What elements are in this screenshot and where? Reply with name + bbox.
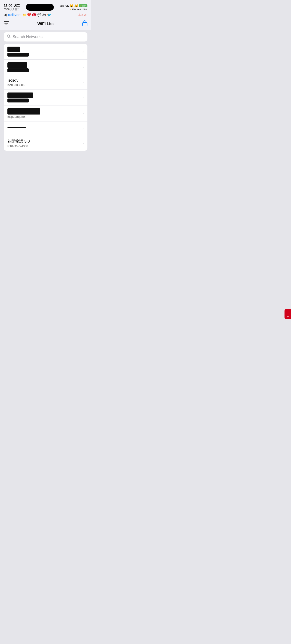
blurred-pass-2: 13133824203: [8, 68, 29, 72]
bottom-area: [0, 151, 91, 244]
network-password-6: [8, 129, 81, 133]
network-name-5: 刘国群的 iPhone: [8, 108, 81, 114]
network-info-6: [8, 124, 81, 133]
blurred-name-2: 1102_5G: [8, 62, 27, 68]
charging-text: ⚡15W: [69, 8, 76, 10]
network-name-2: 1102_5G: [8, 62, 81, 68]
battery-indicator: ⚡22%: [79, 4, 88, 7]
status-icons-top: ↓0K ↑0K 🐱 🐱 ⚡22%: [60, 4, 88, 8]
blurred-name-6: [8, 127, 26, 128]
chevron-icon-6: ›: [82, 127, 84, 130]
svg-rect-1: [4, 23, 8, 24]
chevron-icon-2: ›: [82, 66, 84, 69]
chevron-icon-3: ›: [82, 81, 84, 84]
cat-icon-2: 🐱: [74, 4, 78, 8]
app-icon-3: 💬: [37, 13, 41, 17]
status-date: 08/08 六月廿二: [4, 8, 20, 11]
network-info-7: 花開物語 5.0 lx18745724368: [8, 139, 81, 148]
blurred-name-5: 刘国群的 iPhone: [8, 108, 40, 114]
chevron-icon-1: ›: [82, 50, 84, 54]
status-center-notch: [26, 4, 54, 11]
back-arrow: ◀: [4, 12, 6, 17]
app-icon-5: 🐦: [47, 13, 51, 17]
app-icon-badge: 31: [32, 14, 36, 16]
nav-bar: WiFi List: [0, 18, 91, 30]
network-info-1: 1102 13133824203: [8, 46, 81, 56]
blurred-name-4: ZHP_02_5G: [8, 92, 33, 98]
blurred-name-1: 1102: [8, 46, 20, 52]
chevron-icon-7: ›: [82, 142, 84, 145]
network-item[interactable]: ›: [4, 122, 88, 136]
search-container: Search Networks: [0, 30, 91, 44]
day-text: 周二: [14, 4, 20, 7]
network-name-6: [8, 124, 81, 129]
network-list: 1102 13133824203 › 1102_5G 13133824203 ›…: [4, 44, 88, 151]
cat-icon-1: 🐱: [70, 4, 74, 8]
app-icon-2: ❤️: [27, 13, 31, 17]
status-right: ↓0K ↑0K 🐱 🐱 ⚡22% ⚡15W 4mA 28.6°: [60, 4, 88, 10]
status-icons-bottom: ⚡15W 4mA 28.6°: [69, 8, 88, 10]
search-placeholder: Search Networks: [12, 34, 42, 39]
network-name-4: ZHP_02_5G: [8, 92, 81, 98]
network-item[interactable]: lscsgy lsc88888888 ›: [4, 75, 88, 90]
status-left: 11:00 周二 08/08 六月廿二: [4, 3, 20, 11]
app-icon-1: 📁: [22, 13, 26, 17]
network-password-3: lsc88888888: [8, 83, 81, 87]
blurred-pass-6: [8, 132, 21, 132]
network-info-5: 刘国群的 iPhone 5lzp30aqanf5: [8, 108, 81, 118]
weather-row: 东湖 28°: [78, 13, 88, 16]
search-bar[interactable]: Search Networks: [4, 32, 88, 42]
network-info-4: ZHP_02_5G ZHP_02@xxx: [8, 92, 81, 102]
network-password-7: lx18745724368: [8, 144, 81, 148]
network-name-1: 1102: [8, 46, 81, 52]
network-info-2: 1102_5G 13133824203: [8, 62, 81, 72]
network-item[interactable]: ZHP_02_5G ZHP_02@xxx ›: [4, 90, 88, 106]
svg-line-5: [10, 37, 11, 38]
trollstore-label[interactable]: TrollStore: [8, 13, 21, 17]
network-item[interactable]: 1102_5G 13133824203 ›: [4, 60, 88, 75]
share-button[interactable]: [82, 20, 88, 28]
chevron-icon-4: ›: [82, 96, 84, 100]
network-name-7: 花開物語 5.0: [8, 139, 81, 144]
svg-rect-2: [5, 24, 7, 25]
network-item[interactable]: 1102 13133824203 ›: [4, 44, 88, 60]
search-icon: [7, 34, 11, 39]
weather-temp: 28°: [84, 14, 88, 16]
network-password-4: ZHP_02@xxx: [8, 98, 81, 102]
weather-location: 东湖: [78, 13, 83, 16]
status-bar-second: ◀ TrollStore 📁 ❤️ 31 💬 🎮 🐦 东湖 28°: [0, 12, 91, 18]
time-text: 11:00: [4, 3, 12, 7]
network-name-3: lscsgy: [8, 78, 81, 83]
app-icons-row: ◀ TrollStore 📁 ❤️ 31 💬 🎮 🐦: [4, 12, 51, 17]
page-title: WiFi List: [37, 22, 54, 26]
network-info-3: lscsgy lsc88888888: [8, 78, 81, 87]
network-item[interactable]: 刘国群的 iPhone 5lzp30aqanf5 ›: [4, 106, 88, 122]
blurred-pass-1: 13133824203: [8, 52, 29, 56]
battery-pct: 22: [82, 5, 85, 7]
net-down-text: ↓0K: [60, 5, 64, 7]
network-password-1: 13133824203: [8, 52, 81, 56]
filter-button[interactable]: [4, 21, 9, 27]
status-bar: 11:00 周二 08/08 六月廿二 ↓0K ↑0K 🐱 🐱 ⚡22% ⚡15…: [0, 0, 91, 12]
network-item[interactable]: 花開物語 5.0 lx18745724368 ›: [4, 136, 88, 151]
app-icon-4: 🎮: [42, 13, 46, 17]
net-up-text: ↑0K: [65, 5, 69, 7]
svg-rect-0: [4, 21, 9, 22]
current-text: 4mA: [77, 8, 82, 10]
chevron-icon-5: ›: [82, 112, 84, 115]
blurred-pass-4: ZHP_02@xxx: [8, 98, 29, 102]
batt-temp-text: 28.6°: [82, 8, 88, 10]
network-password-5: 5lzp30aqanf5: [8, 115, 81, 118]
network-password-2: 13133824203: [8, 68, 81, 72]
status-time: 11:00 周二: [4, 3, 20, 8]
